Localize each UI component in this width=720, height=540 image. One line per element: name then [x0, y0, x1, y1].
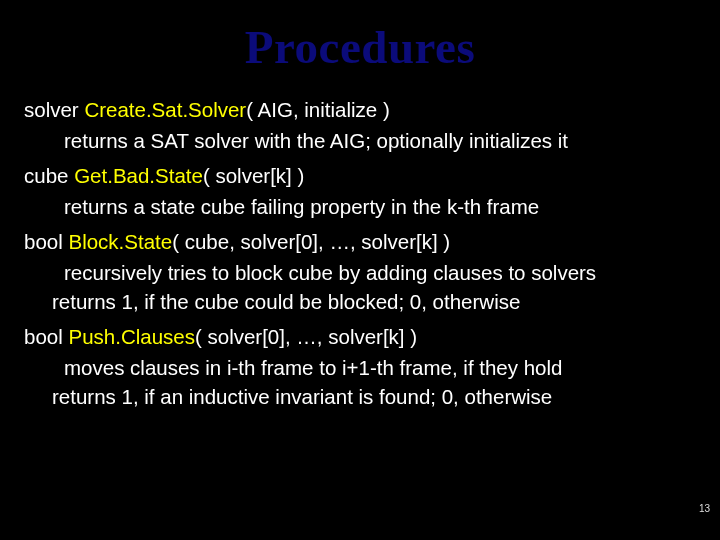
proc-function-name: Get.Bad.State [74, 164, 203, 187]
proc-description: returns a state cube failing property in… [24, 193, 696, 220]
proc-function-name: Push.Clauses [68, 325, 194, 348]
sig-prefix: bool [24, 230, 68, 253]
proc-description: moves clauses in i-th frame to i+1-th fr… [24, 354, 696, 381]
sig-suffix: ( solver[k] ) [203, 164, 304, 187]
slide: Procedures solver Create.Sat.Solver( AIG… [0, 0, 720, 540]
slide-title: Procedures [24, 20, 696, 74]
proc-signature: solver Create.Sat.Solver( AIG, initializ… [24, 96, 696, 123]
proc-description: returns 1, if the cube could be blocked;… [24, 288, 696, 315]
proc-item: bool Push.Clauses( solver[0], …, solver[… [24, 323, 696, 410]
proc-signature: cube Get.Bad.State( solver[k] ) [24, 162, 696, 189]
sig-prefix: cube [24, 164, 74, 187]
proc-description: returns 1, if an inductive invariant is … [24, 383, 696, 410]
page-number: 13 [699, 503, 710, 514]
proc-signature: bool Push.Clauses( solver[0], …, solver[… [24, 323, 696, 350]
proc-function-name: Block.State [68, 230, 172, 253]
proc-function-name: Create.Sat.Solver [84, 98, 246, 121]
proc-description: returns a SAT solver with the AIG; optio… [24, 127, 696, 154]
proc-item: cube Get.Bad.State( solver[k] ) returns … [24, 162, 696, 220]
proc-item: solver Create.Sat.Solver( AIG, initializ… [24, 96, 696, 154]
sig-prefix: bool [24, 325, 68, 348]
sig-suffix: ( solver[0], …, solver[k] ) [195, 325, 417, 348]
sig-prefix: solver [24, 98, 84, 121]
proc-description: recursively tries to block cube by addin… [64, 259, 696, 286]
proc-signature: bool Block.State( cube, solver[0], …, so… [24, 228, 696, 255]
proc-item: bool Block.State( cube, solver[0], …, so… [24, 228, 696, 315]
sig-suffix: ( cube, solver[0], …, solver[k] ) [172, 230, 450, 253]
sig-suffix: ( AIG, initialize ) [246, 98, 390, 121]
